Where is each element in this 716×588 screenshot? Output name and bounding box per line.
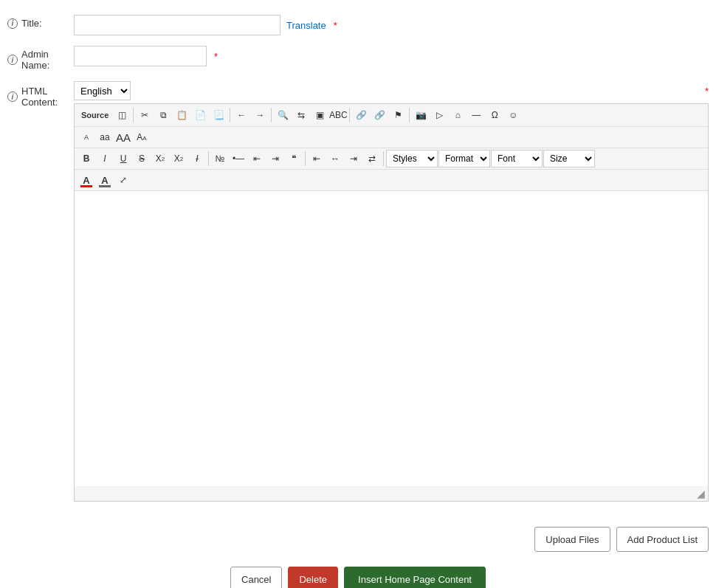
strikethrough-button[interactable]: S bbox=[133, 150, 151, 167]
sep-5 bbox=[409, 108, 410, 122]
unordered-list-button[interactable]: •— bbox=[230, 150, 247, 167]
title-input[interactable] bbox=[74, 15, 280, 35]
editor-container: Source ◫ ✂ ⧉ 📋 📄 📃 ← → 🔍 ⇆ ▣ ABC bbox=[74, 103, 709, 502]
admin-info-icon: i bbox=[7, 55, 18, 65]
decrease-font-button[interactable]: A bbox=[78, 128, 95, 146]
copy-button[interactable]: ⧉ bbox=[154, 106, 172, 124]
insert-button[interactable]: Insert Home Page Content bbox=[344, 567, 486, 588]
title-info-icon: i bbox=[7, 18, 18, 29]
remove-format-button[interactable]: I bbox=[188, 150, 206, 167]
special-char-button[interactable]: Ω bbox=[486, 106, 503, 124]
flash-button[interactable]: ▷ bbox=[430, 106, 448, 124]
unlink-button[interactable]: 🔗 bbox=[371, 106, 388, 124]
blockquote-button[interactable]: ❝ bbox=[285, 150, 303, 167]
html-info-icon: i bbox=[7, 91, 18, 102]
replace-button[interactable]: ⇆ bbox=[292, 106, 310, 124]
show-blocks-button[interactable]: ◫ bbox=[113, 106, 131, 124]
font-color-button[interactable]: A bbox=[78, 171, 95, 189]
capitalize-button[interactable]: Aa bbox=[133, 128, 151, 146]
image-button[interactable]: 📷 bbox=[412, 106, 430, 124]
add-product-list-button[interactable]: Add Product List bbox=[616, 527, 709, 552]
admin-name-label: AdminName: bbox=[21, 49, 49, 71]
maximize-button[interactable]: ⤢ bbox=[114, 171, 132, 189]
translate-link[interactable]: Translate bbox=[286, 20, 326, 31]
normal-font-button[interactable]: aa bbox=[96, 128, 114, 146]
align-center-button[interactable]: ↔ bbox=[326, 150, 344, 167]
html-required-star: * bbox=[705, 86, 709, 97]
font-select[interactable]: Font bbox=[491, 150, 543, 167]
bold-button[interactable]: B bbox=[78, 150, 95, 167]
table-button[interactable]: ⌂ bbox=[449, 106, 467, 124]
align-right-button[interactable]: ⇥ bbox=[345, 150, 362, 167]
indent-button[interactable]: ⇥ bbox=[266, 150, 284, 167]
sep-8 bbox=[383, 151, 384, 166]
bg-color-button[interactable]: A bbox=[96, 171, 114, 189]
cancel-button[interactable]: Cancel bbox=[230, 567, 282, 588]
link-button[interactable]: 🔗 bbox=[352, 106, 370, 124]
sep-6 bbox=[208, 151, 209, 166]
cut-button[interactable]: ✂ bbox=[136, 106, 154, 124]
find-button[interactable]: 🔍 bbox=[274, 106, 292, 124]
horizontal-rule-button[interactable]: ― bbox=[467, 106, 485, 124]
resize-icon: ◢ bbox=[697, 488, 705, 499]
admin-name-input[interactable] bbox=[74, 46, 207, 66]
align-left-button[interactable]: ⇤ bbox=[308, 150, 326, 167]
sep-4 bbox=[349, 108, 350, 122]
paste-text-button[interactable]: 📄 bbox=[191, 106, 209, 124]
sep-2 bbox=[230, 108, 230, 122]
ordered-list-button[interactable]: № bbox=[211, 150, 229, 167]
anchor-button[interactable]: ⚑ bbox=[389, 106, 407, 124]
upload-files-button[interactable]: Upload Files bbox=[534, 527, 610, 552]
footer-buttons: Cancel Delete Insert Home Page Content bbox=[0, 559, 716, 588]
select-all-button[interactable]: ▣ bbox=[311, 106, 328, 124]
align-justify-button[interactable]: ⇄ bbox=[363, 150, 381, 167]
styles-select[interactable]: Styles bbox=[386, 150, 438, 167]
undo-button[interactable]: ← bbox=[233, 106, 250, 124]
html-content-label: HTMLContent: bbox=[21, 86, 58, 108]
delete-button[interactable]: Delete bbox=[288, 567, 338, 588]
title-label: Title: bbox=[21, 18, 42, 29]
redo-button[interactable]: → bbox=[251, 106, 269, 124]
toolbar-row-2: A aa AA Aa bbox=[75, 127, 708, 148]
admin-required-star: * bbox=[214, 51, 218, 62]
italic-button[interactable]: I bbox=[96, 150, 114, 167]
resize-handle: ◢ bbox=[75, 486, 708, 501]
outdent-button[interactable]: ⇤ bbox=[248, 150, 266, 167]
editor-area[interactable] bbox=[75, 191, 708, 486]
toolbar-row-3: B I U S X2 X2 I № •— ⇤ ⇥ ❝ ⇤ ↔ ⇥ bbox=[75, 148, 708, 170]
size-select[interactable]: Size bbox=[543, 150, 595, 167]
subscript-button[interactable]: X2 bbox=[151, 150, 169, 167]
sep-7 bbox=[305, 151, 306, 166]
superscript-button[interactable]: X2 bbox=[170, 150, 187, 167]
increase-font-button[interactable]: AA bbox=[114, 128, 132, 146]
source-button[interactable]: Source bbox=[78, 106, 112, 124]
toolbar-row-4: A A ⤢ bbox=[75, 170, 708, 191]
spellcheck-button[interactable]: ABC bbox=[329, 106, 347, 124]
paste-button[interactable]: 📋 bbox=[173, 106, 190, 124]
format-select[interactable]: Format bbox=[438, 150, 490, 167]
sep-1 bbox=[133, 108, 134, 122]
paste-word-button[interactable]: 📃 bbox=[210, 106, 227, 124]
smiley-button[interactable]: ☺ bbox=[504, 106, 522, 124]
toolbar-row-1: Source ◫ ✂ ⧉ 📋 📄 📃 ← → 🔍 ⇆ ▣ ABC bbox=[75, 104, 708, 127]
action-buttons: Upload Files Add Product List bbox=[0, 519, 716, 559]
language-select[interactable]: English Spanish French German bbox=[74, 81, 131, 100]
underline-button[interactable]: U bbox=[114, 150, 132, 167]
sep-3 bbox=[271, 108, 272, 122]
title-required-star: * bbox=[334, 20, 337, 31]
